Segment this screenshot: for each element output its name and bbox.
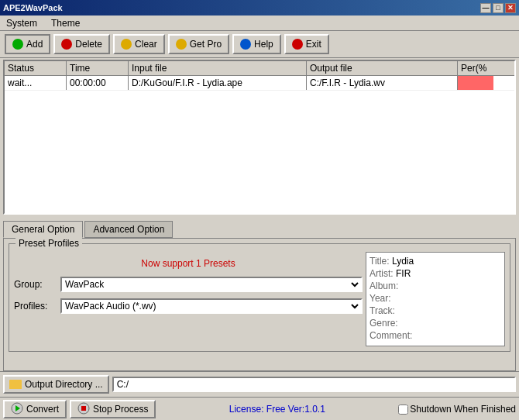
- tags-panel: Title: Lydia Artist: FIR Album: Year:: [366, 252, 505, 346]
- group-select[interactable]: WavPack: [60, 277, 363, 292]
- tag-year-row: Year:: [369, 293, 501, 304]
- row-time: 00:00:00: [67, 76, 129, 90]
- tag-genre-row: Genre:: [369, 318, 501, 329]
- options-left: Now support 1 Presets Group: WavPack Pro…: [14, 252, 363, 346]
- now-support-text: Now support 1 Presets: [14, 258, 363, 269]
- shutdown-checkbox[interactable]: [398, 405, 408, 415]
- title-bar-buttons: — □ ✕: [480, 3, 516, 13]
- help-icon: [240, 39, 251, 50]
- svg-rect-5: [81, 406, 86, 411]
- row-status: wait...: [5, 76, 67, 90]
- tag-artist-row: Artist: FIR: [369, 268, 501, 279]
- group-row: Group: WavPack: [14, 277, 363, 292]
- help-button[interactable]: Help: [232, 34, 281, 54]
- output-dir-row: Output Directory ...: [0, 371, 519, 397]
- profiles-label: Profiles:: [14, 301, 60, 312]
- delete-icon: [61, 39, 72, 50]
- tag-artist-label: Artist:: [369, 268, 394, 279]
- tag-title-label: Title:: [369, 256, 390, 267]
- exit-button[interactable]: Exit: [284, 34, 329, 54]
- getpro-button[interactable]: Get Pro: [168, 34, 229, 54]
- shutdown-label: Shutdown When Finished: [410, 404, 516, 415]
- tag-comment-row: Comment:: [369, 330, 501, 341]
- output-dir-label: Output Directory ...: [25, 379, 103, 390]
- tag-genre-label: Genre:: [369, 318, 398, 329]
- tab-general[interactable]: General Option: [3, 221, 83, 238]
- maximize-button[interactable]: □: [493, 3, 504, 13]
- convert-button[interactable]: Convert: [3, 400, 67, 418]
- svg-rect-1: [9, 381, 15, 384]
- clear-button[interactable]: Clear: [113, 34, 165, 54]
- title-bar: APE2WavPack — □ ✕: [0, 0, 519, 15]
- tag-comment-label: Comment:: [369, 330, 412, 341]
- tag-album-label: Album:: [369, 281, 398, 291]
- profiles-row: Profiles: WavPack Audio (*.wv): [14, 298, 363, 314]
- bottom-bar: Convert Stop Process License: Free Ver:1…: [0, 397, 519, 420]
- col-header-status: Status: [5, 61, 67, 75]
- preset-profiles-box: Preset Profiles Now support 1 Presets Gr…: [9, 243, 510, 352]
- table-row[interactable]: wait... 00:00:00 D:/KuGou/F.I.R - Lydia.…: [5, 76, 514, 91]
- col-header-input: Input file: [129, 61, 307, 75]
- file-list-container: Status Time Input file Output file Per(%…: [3, 60, 516, 215]
- col-header-output: Output file: [307, 61, 458, 75]
- group-label: Group:: [14, 279, 60, 290]
- convert-icon: [11, 402, 23, 417]
- main-area: Status Time Input file Output file Per(%…: [0, 58, 519, 420]
- col-header-time: Time: [67, 61, 129, 75]
- file-list-header: Status Time Input file Output file Per(%: [5, 61, 514, 76]
- menu-bar: System Theme: [0, 15, 519, 31]
- file-list-body[interactable]: wait... 00:00:00 D:/KuGou/F.I.R - Lydia.…: [5, 76, 514, 211]
- row-input: D:/KuGou/F.I.R - Lydia.ape: [129, 76, 307, 90]
- stop-icon: [77, 402, 90, 417]
- tag-title-value: Lydia: [392, 256, 414, 267]
- minimize-button[interactable]: —: [480, 3, 491, 13]
- license-text: License: Free Ver:1.0.1: [159, 404, 395, 415]
- profiles-select[interactable]: WavPack Audio (*.wv): [60, 298, 363, 314]
- getpro-icon: [176, 39, 187, 50]
- col-header-per: Per(%: [458, 61, 497, 75]
- tab-advanced[interactable]: Advanced Option: [84, 221, 173, 238]
- tag-year-label: Year:: [369, 293, 391, 304]
- options-panel: Preset Profiles Now support 1 Presets Gr…: [3, 238, 516, 371]
- row-per: [458, 76, 493, 90]
- tag-artist-value: FIR: [396, 268, 411, 279]
- menu-theme[interactable]: Theme: [48, 16, 83, 30]
- add-icon: [12, 39, 23, 50]
- app-title: APE2WavPack: [3, 3, 63, 12]
- tag-album-row: Album:: [369, 281, 501, 291]
- preset-profiles-legend: Preset Profiles: [15, 238, 82, 249]
- folder-icon: [9, 380, 22, 389]
- delete-button[interactable]: Delete: [53, 34, 110, 54]
- tag-title-row: Title: Lydia: [369, 256, 501, 267]
- clear-icon: [121, 39, 132, 50]
- tag-track-label: Track:: [369, 305, 395, 316]
- row-output: C:/F.I.R - Lydia.wv: [307, 76, 458, 90]
- tag-track-row: Track:: [369, 305, 501, 316]
- output-dir-input[interactable]: [112, 377, 516, 392]
- toolbar: Add Delete Clear Get Pro Help Exit: [0, 31, 519, 58]
- add-button[interactable]: Add: [5, 34, 50, 54]
- tabs-container: General Option Advanced Option: [0, 218, 519, 238]
- stop-button[interactable]: Stop Process: [70, 400, 156, 418]
- output-dir-button[interactable]: Output Directory ...: [3, 375, 109, 394]
- options-content: Now support 1 Presets Group: WavPack Pro…: [14, 252, 505, 346]
- close-button[interactable]: ✕: [505, 3, 516, 13]
- shutdown-row: Shutdown When Finished: [398, 404, 516, 415]
- exit-icon: [292, 39, 303, 50]
- menu-system[interactable]: System: [3, 16, 40, 30]
